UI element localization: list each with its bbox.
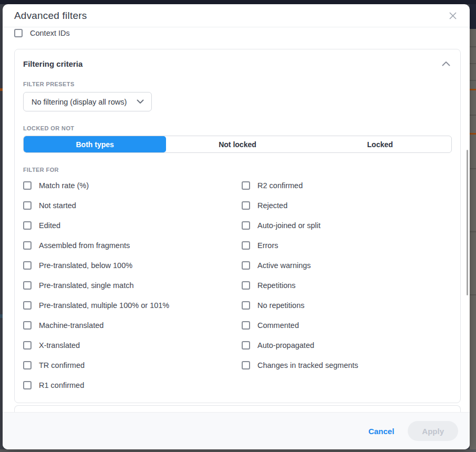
filter-checkbox-row[interactable]: Active warnings: [242, 255, 452, 275]
checkbox[interactable]: [23, 361, 32, 369]
background-row-divider: [470, 294, 476, 295]
checkbox-label: R2 confirmed: [257, 181, 303, 190]
filter-checkbox-row[interactable]: Errors: [242, 235, 452, 255]
checkbox[interactable]: [242, 341, 250, 350]
segmented-option-label: Not locked: [219, 140, 256, 149]
background-page-header: [0, 0, 476, 4]
modal-header: Advanced filters: [3, 4, 470, 27]
checkbox[interactable]: [23, 201, 32, 210]
background-orange-divider: [470, 133, 476, 135]
modal-body: Context IDs Filtering criteria FILTER PR…: [3, 27, 470, 412]
filter-presets-label: FILTER PRESETS: [23, 81, 452, 87]
checkbox[interactable]: [23, 341, 32, 350]
checkbox-label: Active warnings: [257, 261, 311, 270]
filter-checkbox-row[interactable]: Rejected: [242, 196, 452, 215]
checkbox[interactable]: [242, 221, 250, 230]
context-ids-checkbox-row[interactable]: Context IDs: [14, 27, 461, 43]
background-row-divider: [470, 168, 476, 169]
filter-preset-select[interactable]: No filtering (display all rows): [23, 92, 152, 111]
checkbox-label: Context IDs: [30, 29, 70, 37]
checkbox-label: Errors: [257, 241, 278, 250]
checkbox[interactable]: [14, 29, 23, 37]
modal-title: Advanced filters: [14, 10, 87, 22]
checkbox[interactable]: [23, 181, 32, 190]
filtering-criteria-card: Filtering criteria FILTER PRESETS No fil…: [14, 49, 461, 403]
filter-checkbox-row[interactable]: Machine-translated: [23, 315, 242, 335]
segmented-option[interactable]: Locked: [309, 136, 451, 152]
locked-segmented-control: Both types Not locked Locked: [23, 136, 452, 153]
checkbox-label: X-translated: [39, 341, 80, 350]
filter-checkbox-row[interactable]: Pre-translated, below 100%: [23, 255, 242, 275]
checkbox[interactable]: [23, 301, 32, 310]
locked-or-not-label: LOCKED OR NOT: [23, 125, 452, 131]
segmented-option-label: Locked: [367, 140, 393, 149]
close-button[interactable]: [447, 9, 459, 22]
filter-checkbox-row[interactable]: Edited: [23, 215, 242, 235]
checkbox-column-left: Match rate (%) Not started Edited: [23, 176, 242, 395]
filter-checkbox-row[interactable]: R1 confirmed: [23, 375, 242, 395]
segmented-option[interactable]: Both types: [24, 136, 166, 152]
checkbox-label: Pre-translated, below 100%: [39, 261, 132, 270]
checkbox-label: Pre-translated, multiple 100% or 101%: [39, 301, 169, 310]
checkbox[interactable]: [242, 181, 250, 190]
segmented-option-label: Both types: [76, 140, 113, 149]
collapse-section-button[interactable]: [440, 58, 452, 69]
checkbox-label: Changes in tracked segments: [257, 361, 358, 369]
advanced-filters-modal: Advanced filters Context IDs Filtering c…: [3, 4, 470, 449]
filter-for-label: FILTER FOR: [23, 167, 452, 173]
filter-checkbox-row[interactable]: Repetitions: [242, 275, 452, 295]
checkbox[interactable]: [23, 241, 32, 250]
background-page-nav: [470, 0, 476, 29]
filter-checkbox-row[interactable]: Commented: [242, 315, 452, 335]
checkbox-column-right: R2 confirmed Rejected Auto-joined or spl…: [242, 176, 452, 395]
filter-checkbox-row[interactable]: Match rate (%): [23, 176, 242, 196]
filter-checkbox-row[interactable]: No repetitions: [242, 295, 452, 315]
filter-checkbox-row[interactable]: R2 confirmed: [242, 176, 452, 196]
checkbox[interactable]: [242, 261, 250, 270]
checkbox[interactable]: [23, 261, 32, 270]
checkbox-label: Match rate (%): [39, 181, 89, 190]
checkbox-label: Commented: [257, 321, 299, 330]
close-icon: [448, 11, 458, 21]
filter-checkbox-row[interactable]: Assembled from fragments: [23, 235, 242, 255]
filter-checkbox-row[interactable]: Auto-joined or split: [242, 215, 452, 235]
filter-checkbox-row[interactable]: Not started: [23, 196, 242, 215]
checkbox[interactable]: [242, 301, 250, 310]
background-row-divider: [470, 80, 476, 81]
background-orange-divider: [470, 89, 476, 90]
checkbox-label: Pre-translated, single match: [39, 281, 134, 290]
checkbox[interactable]: [242, 241, 250, 250]
checkbox[interactable]: [23, 381, 32, 389]
checkbox[interactable]: [242, 321, 250, 330]
checkbox[interactable]: [23, 221, 32, 230]
segmented-option[interactable]: Not locked: [166, 136, 308, 152]
filter-checkbox-row[interactable]: Pre-translated, multiple 100% or 101%: [23, 295, 242, 315]
checkbox-label: Edited: [39, 221, 60, 230]
chevron-down-icon: [137, 99, 144, 104]
background-row-divider: [470, 46, 476, 47]
checkbox-label: Rejected: [257, 201, 287, 210]
cancel-button[interactable]: Cancel: [368, 427, 394, 436]
apply-button[interactable]: Apply: [408, 421, 458, 441]
checkbox[interactable]: [242, 201, 250, 210]
checkbox-label: Repetitions: [257, 281, 296, 290]
checkbox[interactable]: [242, 281, 250, 290]
filter-checkbox-row[interactable]: Auto-propagated: [242, 335, 452, 355]
filter-checkbox-row[interactable]: Pre-translated, single match: [23, 275, 242, 295]
background-row-divider: [470, 115, 476, 116]
checkbox-label: Auto-propagated: [257, 341, 314, 350]
checkbox[interactable]: [23, 281, 32, 290]
background-row-divider: [470, 231, 476, 232]
checkbox-label: Auto-joined or split: [257, 221, 320, 230]
checkbox-label: TR confirmed: [39, 361, 85, 369]
filter-for-checkbox-grid: Match rate (%) Not started Edited: [23, 176, 452, 395]
checkbox-label: Assembled from fragments: [39, 241, 130, 250]
modal-scrollbar-thumb[interactable]: [467, 150, 468, 295]
filter-checkbox-row[interactable]: TR confirmed: [23, 355, 242, 375]
filter-checkbox-row[interactable]: Changes in tracked segments: [242, 355, 452, 375]
checkbox-label: Not started: [39, 201, 76, 210]
filter-checkbox-row[interactable]: X-translated: [23, 335, 242, 355]
checkbox[interactable]: [23, 321, 32, 330]
checkbox[interactable]: [242, 361, 250, 369]
filtering-criteria-header: Filtering criteria: [23, 58, 452, 69]
